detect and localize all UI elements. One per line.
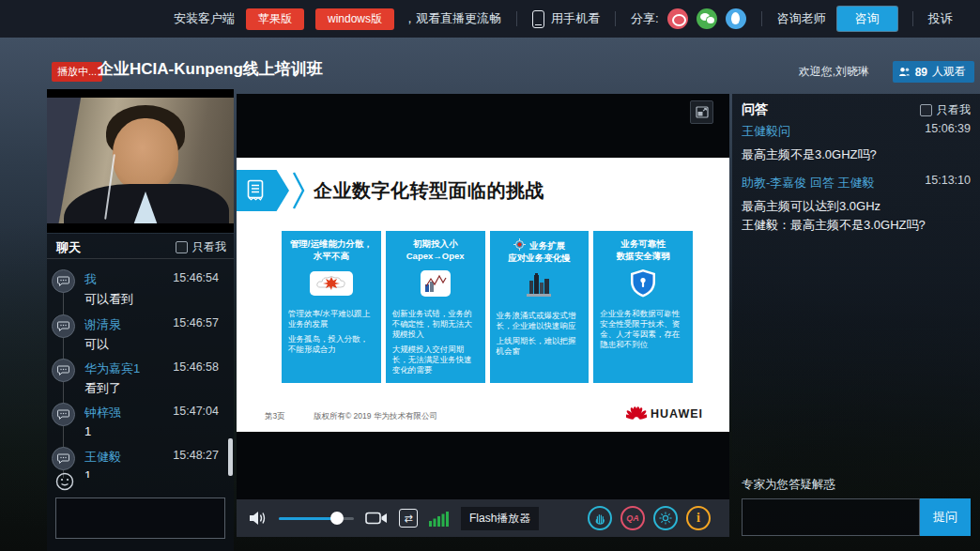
- chat-only-me-checkbox[interactable]: [176, 241, 188, 253]
- chat-message-text: 可以: [84, 336, 109, 353]
- chat-input[interactable]: [55, 497, 225, 539]
- viewer-count-badge: 89 人观看: [893, 61, 974, 83]
- welcome-text: 欢迎您,刘晓琳: [799, 64, 869, 80]
- viewer-count: 89: [915, 66, 927, 79]
- qa-timestamp: 15:13:10: [925, 174, 971, 187]
- box-body-text: 大规模投入交付周期长，无法满足业务快速变化的需要: [392, 344, 479, 375]
- smooth-playback-label: ，观看直播更流畅: [404, 10, 501, 27]
- challenge-boxes: 管理/运维能力分散，水平不高 管理效率/水平难以跟上业务的发展 业务孤岛，投入分…: [282, 231, 693, 383]
- qa-message: 助教-李嘉俊 回答 王健毅 15:13:10 最高主频可以达到3.0GHz 王健…: [742, 174, 971, 234]
- speaker-icon[interactable]: [249, 510, 268, 527]
- chat-bubble-icon: [52, 269, 75, 293]
- slide-title-pennant: [237, 170, 289, 211]
- consult-teacher-label: 咨询老师: [777, 10, 826, 27]
- chat-bubble-icon: [52, 314, 75, 338]
- screen-swap-icon[interactable]: ⇄: [399, 509, 418, 528]
- share-label: 分享:: [631, 10, 659, 27]
- box-body-text: 管理效率/水平难以跟上业务的发展: [288, 309, 375, 329]
- chat-timestamp: 15:48:27: [173, 449, 219, 462]
- chat-sender-name: 谢清泉: [84, 316, 121, 333]
- box-title-line: 初期投入小: [413, 238, 458, 249]
- wechat-icon[interactable]: [697, 8, 717, 29]
- consult-button[interactable]: 咨询: [837, 7, 897, 31]
- flash-player-label: Flash播放器: [461, 507, 539, 530]
- slide-title: 企业数字化转型面临的挑战: [314, 178, 544, 204]
- chat-timestamp: 15:46:57: [173, 316, 219, 329]
- course-header: 播放中... 企业HCIA-Kunpeng线上培训班 欢迎您,刘晓琳 89 人观…: [0, 41, 980, 86]
- presenter-face: [113, 118, 178, 191]
- qa-input-row: 提问: [742, 498, 971, 536]
- slide-footer: 第3页 版权所有© 2019 华为技术有限公司 HUAWEI: [237, 407, 729, 426]
- qa-message-text: 最高主频不是3.0GHZ吗?: [742, 146, 971, 163]
- chat-sender-name: 王健毅: [84, 449, 121, 466]
- top-bar: 安装客户端 苹果版 windows版 ，观看直播更流畅 用手机看 分享: 咨询老…: [0, 0, 980, 38]
- volume-fill: [279, 517, 337, 520]
- webcam-scene: [47, 98, 234, 223]
- box-body-text: 企业业务和数据可靠性安全性受限于技术、资金、人才等因素，存在隐患和不到位: [600, 309, 686, 350]
- viewer-label: 人观看: [932, 64, 966, 80]
- watch-on-mobile-label: 用手机看: [551, 10, 600, 27]
- camera-icon[interactable]: [365, 511, 388, 526]
- chat-only-me-label: 只看我: [192, 239, 226, 255]
- growth-chart-icon: [421, 270, 451, 297]
- complaint-button[interactable]: 投诉: [928, 10, 953, 27]
- box-title-line: 应对业务变化慢: [508, 253, 571, 263]
- chat-message-text: 1: [84, 424, 91, 438]
- chat-message-list: 我 15:46:54 可以看到 谢清泉 15:46:57 可以 华为嘉宾1 15…: [47, 260, 234, 478]
- divider: [912, 11, 913, 26]
- chat-sender-name: 钟梓强: [84, 405, 121, 421]
- popout-icon[interactable]: [690, 100, 713, 124]
- volume-slider[interactable]: [279, 517, 354, 520]
- player-control-bar: ⇄ Flash播放器 QA i: [237, 499, 729, 537]
- qa-message-text: 王健毅：最高主频不是3.0GHZ吗?: [742, 217, 971, 234]
- windows-version-button[interactable]: windows版: [315, 8, 394, 30]
- box-title-line: 数据安全薄弱: [617, 251, 670, 261]
- box-title-line: Capex→Opex: [406, 251, 465, 261]
- volume-knob[interactable]: [330, 512, 344, 525]
- chat-timestamp: 15:47:04: [173, 405, 219, 418]
- video-player: 企业数字化转型面临的挑战 管理/运维能力分散，水平不高 管理效率/水平难以跟上业…: [237, 94, 729, 537]
- huawei-wordmark: HUAWEI: [651, 407, 703, 421]
- qa-icon[interactable]: QA: [620, 506, 645, 530]
- chat-scrollbar-thumb[interactable]: [228, 438, 233, 476]
- challenge-box: 业务扩展 应对业务变化慢 业务浪涌式或爆发式增长，企业难以快速响应 上线周期长，…: [490, 231, 590, 383]
- divider: [761, 11, 762, 26]
- box-body-text: 业务浪涌式或爆发式增长，企业难以快速响应: [497, 311, 583, 331]
- qa-question-input[interactable]: [742, 498, 920, 536]
- apple-version-button[interactable]: 苹果版: [246, 8, 304, 30]
- buildings-icon: [523, 271, 555, 299]
- player-action-buttons: QA i: [588, 506, 711, 530]
- ask-question-button[interactable]: 提问: [920, 498, 971, 536]
- box-body-text: 创新业务试错，业务的不确定性，初期无法大规模投入: [392, 309, 479, 340]
- cloud-burst-icon: [310, 271, 353, 296]
- chat-message-text: 看到了: [84, 380, 121, 397]
- raise-hand-icon[interactable]: [588, 506, 612, 530]
- live-classroom-page: 安装客户端 苹果版 windows版 ，观看直播更流畅 用手机看 分享: 咨询老…: [0, 0, 980, 551]
- emoji-icon[interactable]: [55, 472, 74, 491]
- document-icon: [246, 179, 265, 202]
- info-icon[interactable]: i: [686, 506, 711, 530]
- qa-panel: 问答 只看我 王健毅问 15:06:39 最高主频不是3.0GHZ吗? 助教-李…: [732, 94, 980, 551]
- qa-only-me-checkbox[interactable]: [920, 104, 932, 116]
- qa-title: 问答: [742, 101, 768, 118]
- settings-icon[interactable]: [653, 506, 678, 530]
- qa-message-text: 最高主频可以达到3.0GHz: [742, 198, 971, 215]
- qa-prompt-label: 专家为您答疑解惑: [742, 477, 835, 493]
- crosshair-icon: [513, 238, 526, 251]
- presenter-webcam-video: [47, 89, 234, 233]
- qa-header: 问答 只看我: [732, 94, 980, 122]
- page-title: 企业HCIA-Kunpeng线上培训班: [98, 58, 323, 80]
- challenge-box: 业务可靠性 数据安全薄弱 企业业务和数据可靠性安全性受限于技术、资金、人才等因素…: [593, 231, 693, 383]
- box-title-line: 业务扩展: [529, 240, 565, 251]
- security-shield-icon: [629, 268, 657, 298]
- divider: [516, 11, 517, 26]
- qq-icon[interactable]: [726, 8, 746, 29]
- chat-panel: 聊天 只看我 我 15:46:54 可以看到 谢清泉 15:46:57 可以: [47, 234, 234, 551]
- status-badge: 播放中...: [52, 62, 102, 82]
- chat-message-text: 可以看到: [84, 291, 133, 308]
- challenge-box: 管理/运维能力分散，水平不高 管理效率/水平难以跟上业务的发展 业务孤岛，投入分…: [282, 231, 381, 383]
- weibo-icon[interactable]: [667, 8, 688, 29]
- qa-only-me-label: 只看我: [937, 102, 971, 118]
- divider: [615, 11, 616, 26]
- signal-bars-icon: [429, 510, 450, 527]
